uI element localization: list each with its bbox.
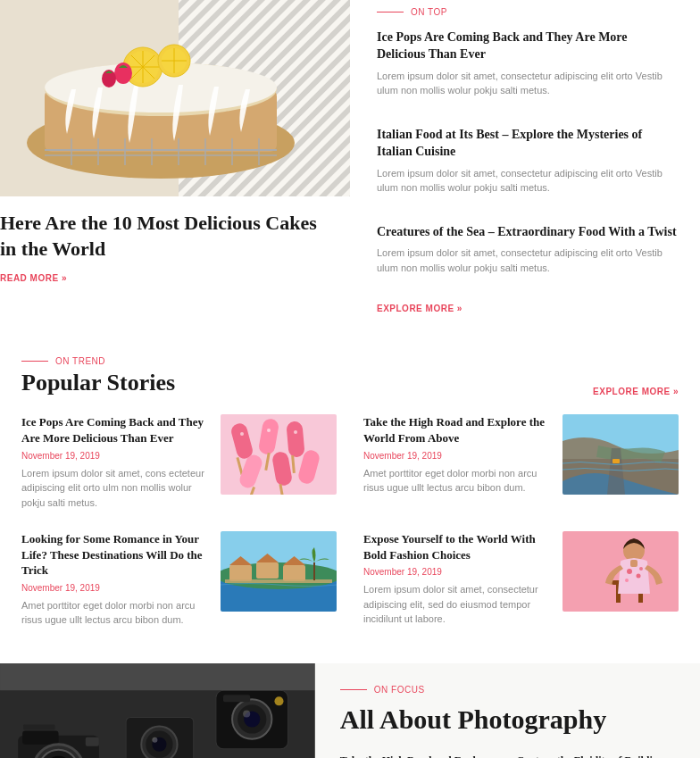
story-1-desc: Lorem ipsum dolor sit amet, cons ecteteu… — [21, 466, 208, 511]
on-focus-text: On Focus — [374, 685, 425, 695]
svg-point-83 — [152, 737, 157, 742]
svg-point-96 — [274, 696, 283, 705]
photo-sub-2: Capture the Fluidity of Buildings and th… — [516, 754, 679, 758]
story-2-date: November 19, 2019 — [363, 451, 550, 461]
svg-point-43 — [267, 429, 271, 432]
photo-sub-2-title[interactable]: Capture the Fluidity of Buildings and th… — [516, 754, 679, 758]
story-item-3: Looking for Some Romance in Your Life? T… — [21, 531, 337, 628]
svg-point-44 — [294, 430, 297, 434]
top-section: Here Are the 10 Most Delicious Cakes in … — [0, 0, 700, 338]
top-article-1-desc: Lorem ipsum dolor sit amet, consectetur … — [377, 69, 679, 98]
hero-left: Here Are the 10 Most Delicious Cakes in … — [0, 0, 350, 321]
svg-rect-103 — [0, 663, 315, 690]
hero-image — [0, 0, 350, 196]
story-4-thumb — [562, 531, 679, 612]
story-4-date: November 19, 2019 — [363, 567, 550, 577]
svg-rect-57 — [225, 579, 332, 583]
story-4-content: Expose Yourself to the World With Bold F… — [363, 531, 550, 627]
story-3-date: November 19, 2019 — [21, 583, 208, 593]
top-article-3-title[interactable]: Creatures of the Sea – Extraordinary Foo… — [377, 224, 679, 241]
svg-rect-55 — [283, 565, 305, 581]
popular-label: On Trend — [21, 356, 175, 366]
popular-stories-section: On Trend Popular Stories EXPLORE MORE » … — [0, 338, 700, 645]
photo-sub-articles: Take the High Road and Explore the World… — [340, 754, 679, 758]
top-article-2-desc: Lorem ipsum dolor sit amet, consectetur … — [377, 166, 679, 196]
popular-label-text: On Trend — [55, 356, 105, 366]
top-article-1-title[interactable]: Ice Pops Are Coming Back and They Are Mo… — [377, 29, 679, 63]
svg-rect-47 — [612, 459, 620, 463]
story-3-desc: Amet porttitor eget dolor morbi non arcu… — [21, 598, 208, 628]
photo-sub-1: Take the High Road and Explore the World… — [340, 754, 503, 758]
on-focus-line — [340, 689, 367, 690]
svg-point-42 — [240, 432, 244, 436]
story-3-content: Looking for Some Romance in Your Life? T… — [21, 531, 208, 628]
story-1-title[interactable]: Ice Pops Are Coming Back and They Are Mo… — [21, 414, 208, 446]
popular-title-group: On Trend Popular Stories — [21, 356, 175, 396]
photo-sub-1-title[interactable]: Take the High Road and Explore the World… — [340, 754, 503, 758]
story-4-title[interactable]: Expose Yourself to the World With Bold F… — [363, 531, 550, 562]
top-article-1: Ice Pops Are Coming Back and They Are Mo… — [377, 29, 679, 112]
popular-label-line — [21, 361, 48, 362]
svg-rect-95 — [223, 695, 250, 702]
svg-point-94 — [243, 710, 250, 717]
story-2-thumb — [562, 414, 679, 495]
svg-rect-51 — [229, 565, 252, 581]
top-article-2: Italian Food at Its Best – Explore the M… — [377, 127, 679, 210]
story-2-desc: Amet porttitor eget dolor morbi non arcu… — [363, 466, 550, 496]
photography-title: All About Photography — [340, 704, 679, 736]
svg-rect-71 — [22, 730, 58, 744]
photography-content: On Focus All About Photography Take the … — [315, 663, 700, 758]
story-1-content: Ice Pops Are Coming Back and They Are Mo… — [21, 414, 208, 510]
on-top-label: On Top — [377, 7, 679, 17]
story-item-2: Take the High Road and Explore the World… — [363, 414, 679, 510]
hero-content: Here Are the 10 Most Delicious Cakes in … — [0, 196, 350, 292]
story-2-title[interactable]: Take the High Road and Explore the World… — [363, 414, 550, 446]
svg-rect-78 — [23, 724, 54, 729]
on-top-panel: On Top Ice Pops Are Coming Back and They… — [350, 0, 700, 321]
story-2-content: Take the High Road and Explore the World… — [363, 414, 550, 495]
svg-rect-53 — [256, 562, 279, 579]
story-1-thumb — [221, 414, 337, 495]
popular-section-title: Popular Stories — [21, 370, 175, 396]
svg-point-65 — [637, 574, 641, 579]
top-article-3-desc: Lorem ipsum dolor sit amet, consectetur … — [377, 246, 679, 275]
story-1-date: November 19, 2019 — [21, 451, 208, 461]
story-grid: Ice Pops Are Coming Back and They Are Mo… — [21, 414, 679, 627]
svg-point-67 — [639, 567, 643, 571]
popular-explore-more[interactable]: EXPLORE MORE » — [593, 387, 679, 396]
on-top-text: On Top — [411, 7, 447, 17]
svg-rect-77 — [86, 737, 99, 746]
svg-rect-68 — [630, 560, 638, 567]
svg-point-64 — [627, 569, 632, 574]
on-top-explore-more[interactable]: EXPLORE MORE » — [377, 304, 679, 313]
top-article-3: Creatures of the Sea – Extraordinary Foo… — [377, 224, 679, 290]
story-item-1: Ice Pops Are Coming Back and They Are Mo… — [21, 414, 337, 510]
hero-title: Here Are the 10 Most Delicious Cakes in … — [0, 211, 329, 262]
top-article-2-title[interactable]: Italian Food at Its Best – Explore the M… — [377, 127, 679, 161]
on-focus-label: On Focus — [340, 685, 679, 695]
hero-read-more[interactable]: READ MORE » — [0, 273, 67, 283]
photography-image: ROLLEI — [0, 663, 315, 758]
photography-section: ROLLEI On Focus A — [0, 663, 700, 758]
story-4-desc: Lorem ipsum dolor sit amet, consectetur … — [363, 582, 550, 627]
story-3-title[interactable]: Looking for Some Romance in Your Life? T… — [21, 531, 208, 579]
story-3-thumb — [221, 531, 337, 612]
svg-point-66 — [625, 579, 629, 582]
story-item-4: Expose Yourself to the World With Bold F… — [363, 531, 679, 628]
on-top-line — [377, 12, 404, 12]
popular-header: On Trend Popular Stories EXPLORE MORE » — [21, 356, 679, 396]
